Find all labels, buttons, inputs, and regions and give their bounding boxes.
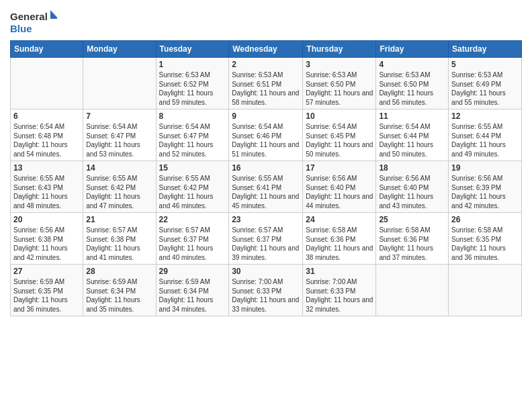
weekday-header-thursday: Thursday [303, 41, 376, 58]
calendar-cell: 29Sunrise: 6:59 AM Sunset: 6:34 PM Dayli… [156, 265, 229, 316]
day-info: Sunrise: 6:54 AM Sunset: 6:44 PM Dayligh… [379, 122, 445, 158]
day-number: 26 [451, 215, 519, 224]
calendar-cell: 5Sunrise: 6:53 AM Sunset: 6:49 PM Daylig… [449, 58, 522, 109]
day-number: 8 [159, 111, 226, 121]
day-info: Sunrise: 6:58 AM Sunset: 6:36 PM Dayligh… [379, 226, 445, 262]
calendar-cell: 8Sunrise: 6:54 AM Sunset: 6:47 PM Daylig… [156, 109, 229, 161]
day-info: Sunrise: 6:57 AM Sunset: 6:37 PM Dayligh… [232, 226, 300, 262]
day-info: Sunrise: 6:54 AM Sunset: 6:47 PM Dayligh… [86, 122, 152, 158]
day-info: Sunrise: 7:00 AM Sunset: 6:33 PM Dayligh… [232, 277, 300, 314]
calendar-cell: 22Sunrise: 6:57 AM Sunset: 6:37 PM Dayli… [156, 213, 229, 265]
day-info: Sunrise: 6:55 AM Sunset: 6:42 PM Dayligh… [86, 174, 152, 210]
day-info: Sunrise: 6:56 AM Sunset: 6:38 PM Dayligh… [13, 226, 80, 262]
day-number: 9 [232, 111, 300, 121]
svg-text:Blue: Blue [10, 23, 32, 34]
calendar-week-1: 1Sunrise: 6:53 AM Sunset: 6:52 PM Daylig… [11, 58, 522, 109]
logo: General Blue [10, 7, 57, 37]
calendar-cell: 23Sunrise: 6:57 AM Sunset: 6:37 PM Dayli… [229, 213, 303, 265]
day-info: Sunrise: 6:54 AM Sunset: 6:47 PM Dayligh… [159, 122, 226, 158]
calendar-cell: 21Sunrise: 6:57 AM Sunset: 6:38 PM Dayli… [83, 213, 156, 265]
day-info: Sunrise: 6:54 AM Sunset: 6:48 PM Dayligh… [13, 122, 80, 158]
weekday-header-row: SundayMondayTuesdayWednesdayThursdayFrid… [11, 41, 522, 58]
weekday-header-sunday: Sunday [11, 41, 83, 58]
calendar-cell: 1Sunrise: 6:53 AM Sunset: 6:52 PM Daylig… [156, 58, 229, 109]
calendar-cell: 30Sunrise: 7:00 AM Sunset: 6:33 PM Dayli… [229, 265, 303, 316]
day-info: Sunrise: 6:58 AM Sunset: 6:35 PM Dayligh… [451, 226, 519, 262]
day-info: Sunrise: 6:53 AM Sunset: 6:50 PM Dayligh… [306, 71, 373, 107]
weekday-header-friday: Friday [376, 41, 449, 58]
day-number: 30 [232, 267, 300, 276]
weekday-header-tuesday: Tuesday [156, 41, 229, 58]
day-number: 16 [232, 163, 300, 173]
day-number: 31 [306, 267, 373, 276]
day-info: Sunrise: 6:55 AM Sunset: 6:43 PM Dayligh… [13, 174, 80, 210]
calendar-cell: 7Sunrise: 6:54 AM Sunset: 6:47 PM Daylig… [83, 109, 156, 161]
calendar-week-5: 27Sunrise: 6:59 AM Sunset: 6:35 PM Dayli… [11, 265, 522, 316]
day-number: 2 [232, 60, 300, 69]
header-row: General Blue [10, 7, 522, 37]
day-number: 12 [451, 111, 519, 121]
calendar-cell: 14Sunrise: 6:55 AM Sunset: 6:42 PM Dayli… [83, 161, 156, 213]
day-number: 29 [159, 267, 226, 276]
calendar-cell: 18Sunrise: 6:56 AM Sunset: 6:40 PM Dayli… [376, 161, 449, 213]
calendar-week-3: 13Sunrise: 6:55 AM Sunset: 6:43 PM Dayli… [11, 161, 522, 213]
calendar-cell: 6Sunrise: 6:54 AM Sunset: 6:48 PM Daylig… [11, 109, 83, 161]
calendar-cell [449, 265, 522, 316]
day-number: 23 [232, 215, 300, 224]
day-info: Sunrise: 6:58 AM Sunset: 6:36 PM Dayligh… [306, 226, 373, 262]
day-info: Sunrise: 6:59 AM Sunset: 6:34 PM Dayligh… [86, 277, 152, 314]
calendar-cell: 15Sunrise: 6:55 AM Sunset: 6:42 PM Dayli… [156, 161, 229, 213]
calendar-cell: 11Sunrise: 6:54 AM Sunset: 6:44 PM Dayli… [376, 109, 449, 161]
main-container: General Blue SundayMondayTuesdayWednesda… [0, 0, 532, 323]
day-info: Sunrise: 6:56 AM Sunset: 6:40 PM Dayligh… [379, 174, 445, 210]
day-number: 1 [159, 60, 226, 69]
day-info: Sunrise: 6:55 AM Sunset: 6:42 PM Dayligh… [159, 174, 226, 210]
weekday-header-wednesday: Wednesday [229, 41, 303, 58]
day-number: 25 [379, 215, 445, 224]
calendar-cell: 10Sunrise: 6:54 AM Sunset: 6:45 PM Dayli… [303, 109, 376, 161]
calendar-cell: 4Sunrise: 6:53 AM Sunset: 6:50 PM Daylig… [376, 58, 449, 109]
day-info: Sunrise: 6:54 AM Sunset: 6:46 PM Dayligh… [232, 122, 300, 158]
calendar-cell: 25Sunrise: 6:58 AM Sunset: 6:36 PM Dayli… [376, 213, 449, 265]
day-number: 15 [159, 163, 226, 173]
calendar-cell: 28Sunrise: 6:59 AM Sunset: 6:34 PM Dayli… [83, 265, 156, 316]
calendar-cell: 24Sunrise: 6:58 AM Sunset: 6:36 PM Dayli… [303, 213, 376, 265]
day-info: Sunrise: 6:57 AM Sunset: 6:38 PM Dayligh… [86, 226, 152, 262]
logo-svg: General Blue [10, 7, 57, 37]
calendar-cell: 9Sunrise: 6:54 AM Sunset: 6:46 PM Daylig… [229, 109, 303, 161]
day-number: 24 [306, 215, 373, 224]
calendar-table: SundayMondayTuesdayWednesdayThursdayFrid… [10, 40, 522, 316]
svg-text:General: General [10, 11, 48, 22]
calendar-cell: 16Sunrise: 6:55 AM Sunset: 6:41 PM Dayli… [229, 161, 303, 213]
day-info: Sunrise: 7:00 AM Sunset: 6:33 PM Dayligh… [306, 277, 373, 314]
day-number: 19 [451, 163, 519, 173]
calendar-cell [11, 58, 83, 109]
day-info: Sunrise: 6:54 AM Sunset: 6:45 PM Dayligh… [306, 122, 373, 158]
day-info: Sunrise: 6:56 AM Sunset: 6:39 PM Dayligh… [451, 174, 519, 210]
day-number: 27 [13, 267, 80, 276]
day-number: 7 [86, 111, 152, 121]
calendar-week-2: 6Sunrise: 6:54 AM Sunset: 6:48 PM Daylig… [11, 109, 522, 161]
calendar-cell [83, 58, 156, 109]
day-number: 28 [86, 267, 152, 276]
day-number: 13 [13, 163, 80, 173]
day-info: Sunrise: 6:55 AM Sunset: 6:44 PM Dayligh… [451, 122, 519, 158]
day-number: 14 [86, 163, 152, 173]
calendar-cell: 26Sunrise: 6:58 AM Sunset: 6:35 PM Dayli… [449, 213, 522, 265]
calendar-cell [376, 265, 449, 316]
svg-marker-2 [50, 10, 57, 19]
weekday-header-saturday: Saturday [449, 41, 522, 58]
calendar-cell: 12Sunrise: 6:55 AM Sunset: 6:44 PM Dayli… [449, 109, 522, 161]
day-number: 10 [306, 111, 373, 121]
day-number: 6 [13, 111, 80, 121]
day-info: Sunrise: 6:53 AM Sunset: 6:52 PM Dayligh… [159, 71, 226, 107]
day-info: Sunrise: 6:53 AM Sunset: 6:51 PM Dayligh… [232, 71, 300, 107]
day-info: Sunrise: 6:56 AM Sunset: 6:40 PM Dayligh… [306, 174, 373, 210]
day-number: 4 [379, 60, 445, 69]
day-number: 17 [306, 163, 373, 173]
calendar-cell: 2Sunrise: 6:53 AM Sunset: 6:51 PM Daylig… [229, 58, 303, 109]
calendar-cell: 17Sunrise: 6:56 AM Sunset: 6:40 PM Dayli… [303, 161, 376, 213]
calendar-week-4: 20Sunrise: 6:56 AM Sunset: 6:38 PM Dayli… [11, 213, 522, 265]
calendar-cell: 20Sunrise: 6:56 AM Sunset: 6:38 PM Dayli… [11, 213, 83, 265]
day-number: 18 [379, 163, 445, 173]
